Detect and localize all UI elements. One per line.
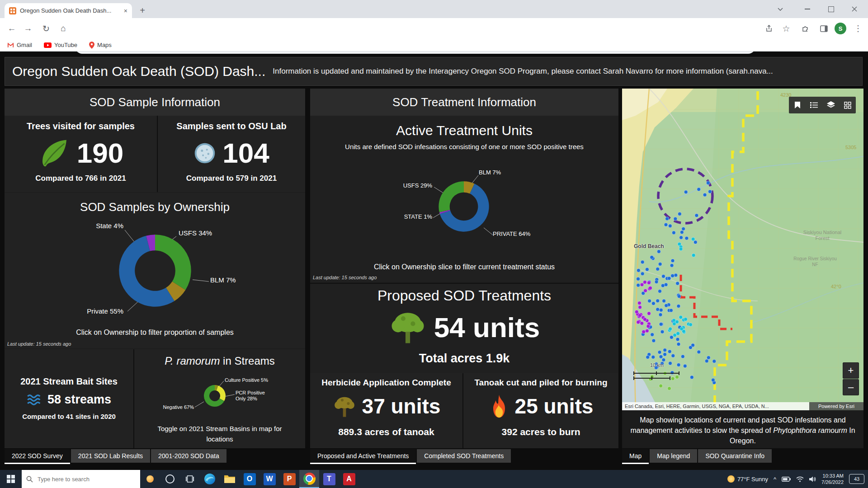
edge-icon <box>204 473 216 485</box>
ownership-donut-chart[interactable] <box>118 233 193 308</box>
taskbar-word[interactable]: W <box>259 470 279 488</box>
tab-map-legend[interactable]: Map legend <box>650 449 697 463</box>
window-chevron-icon[interactable] <box>769 0 792 18</box>
search-highlights-icon[interactable] <box>140 470 160 488</box>
zoom-out-button[interactable]: – <box>843 379 859 395</box>
tree-icon <box>389 310 427 344</box>
fire-icon <box>489 394 509 418</box>
proposed-title: Proposed SOD Treatments <box>310 287 618 304</box>
herbicide-acres: 889.3 acres of tanoak <box>310 427 462 437</box>
osu-samples-compare: Compared to 579 in 2021 <box>158 174 305 183</box>
maps-pin-icon <box>89 42 94 49</box>
sample-info-panel: SOD Sample Information Trees visited for… <box>5 89 305 448</box>
osu-samples-label: Samples sent to OSU Lab <box>158 116 305 131</box>
search-input[interactable] <box>37 475 129 483</box>
taskbar-acrobat[interactable]: A <box>339 470 359 488</box>
browser-tab[interactable]: Oregon Sudden Oak Death Dash... × <box>5 3 132 18</box>
trees-visited-compare: Compared to 766 in 2021 <box>5 174 157 183</box>
basemap-tool-icon[interactable] <box>841 99 854 112</box>
trees-visited-card: Trees visited for samples 190 Compared t… <box>5 116 157 192</box>
bookmark-tool-icon[interactable] <box>791 99 804 112</box>
zoom-in-button[interactable]: + <box>843 362 859 379</box>
ownership-label-blm[interactable]: BLM 7% <box>210 276 236 284</box>
bookmarks-bar: Gmail YouTube Maps <box>0 39 868 52</box>
extensions-puzzle-icon[interactable] <box>797 18 813 39</box>
speaker-icon[interactable] <box>809 476 816 482</box>
pramorum-title: P. ramorum in Streams <box>134 355 305 367</box>
taskbar-clock[interactable]: 10:33 AM7/26/2022 <box>821 473 844 485</box>
browser-menu-kebab-icon[interactable]: ⋮ <box>850 18 866 39</box>
bookmark-star-icon[interactable]: ☆ <box>778 18 794 39</box>
new-tab-button[interactable]: + <box>136 4 149 17</box>
taskbar-powerpoint[interactable]: P <box>279 470 299 488</box>
notification-badge[interactable]: 43 <box>849 474 864 484</box>
tab-2021-sod-lab-results[interactable]: 2021 SOD Lab Results <box>71 449 150 463</box>
task-view-button[interactable] <box>180 470 200 488</box>
home-button[interactable]: ⌂ <box>55 18 71 39</box>
map-toolbar <box>789 97 856 113</box>
treatment-label-private[interactable]: PRIVATE 64% <box>493 230 530 237</box>
tanoak-burn-card: Tanoak cut and piled for burning 25 unit… <box>463 373 618 448</box>
bookmark-gmail[interactable]: Gmail <box>7 42 32 48</box>
wifi-icon[interactable] <box>796 476 804 482</box>
taskbar-chrome[interactable] <box>299 470 319 488</box>
stream-bait-value: 58 streams <box>47 393 111 407</box>
treatment-bottom-row: Herbicide Application Complete 37 units … <box>310 373 618 448</box>
tab-completed-sod-treatments[interactable]: Completed SOD Treatments <box>417 449 511 463</box>
treatment-last-update: Last update: 15 seconds ago <box>313 275 377 280</box>
tab-map[interactable]: Map <box>622 449 649 464</box>
streams-label-negative[interactable]: Negative 67% <box>139 404 194 410</box>
reload-button[interactable]: ↻ <box>38 18 54 39</box>
word-icon: W <box>264 473 276 485</box>
treatment-donut-chart[interactable] <box>438 180 490 233</box>
sample-tab-group: 2022 SOD Survey 2021 SOD Lab Results 200… <box>5 449 226 464</box>
legend-tool-icon[interactable] <box>807 99 821 112</box>
taskbar-teams[interactable]: T <box>319 470 339 488</box>
forward-button[interactable]: → <box>20 18 36 39</box>
back-button[interactable]: ← <box>4 18 20 39</box>
tray-chevron-icon[interactable]: ^ <box>774 476 776 483</box>
tab-close-icon[interactable]: × <box>124 8 127 14</box>
taskbar-edge[interactable] <box>200 470 220 488</box>
cortana-button[interactable] <box>160 470 180 488</box>
layers-tool-icon[interactable] <box>824 99 838 112</box>
share-icon[interactable] <box>761 18 777 39</box>
bookmark-maps[interactable]: Maps <box>89 42 112 49</box>
treatment-label-usfs[interactable]: USFS 29% <box>373 182 432 189</box>
taskbar-search[interactable] <box>22 470 140 488</box>
treatment-label-blm[interactable]: BLM 7% <box>479 169 501 176</box>
ownership-chart-section: SOD Samples by Ownership USFS 34% State … <box>5 193 305 348</box>
taskbar-weather[interactable]: 77°F Sunny <box>727 475 768 483</box>
profile-avatar[interactable]: S <box>835 23 846 34</box>
acrobat-icon: A <box>343 473 355 485</box>
ownership-label-usfs[interactable]: USFS 34% <box>179 229 212 237</box>
ownership-hint: Click on Ownership to filter proportion … <box>5 328 305 337</box>
system-tray: 77°F Sunny ^ 10:33 AM7/26/2022 43 <box>727 473 868 485</box>
bookmark-label: YouTube <box>54 42 77 48</box>
bookmark-youtube[interactable]: YouTube <box>44 42 77 48</box>
taskbar-file-explorer[interactable] <box>220 470 240 488</box>
window-close-button[interactable] <box>843 0 866 18</box>
treatment-label-state[interactable]: STATE 1% <box>373 213 432 220</box>
window-maximize-button[interactable] <box>819 0 843 18</box>
ownership-label-private[interactable]: Private 55% <box>61 307 123 315</box>
battery-icon[interactable] <box>782 477 791 482</box>
map-label-rogue-river: Rogue River Siskiyou NF <box>790 256 840 267</box>
tab-proposed-active-treatments[interactable]: Proposed and Active Treatments <box>310 449 416 464</box>
tab-2022-sod-survey[interactable]: 2022 SOD Survey <box>5 449 70 464</box>
ownership-label-state[interactable]: State 4% <box>66 222 123 230</box>
proposed-value: 54 units <box>434 311 540 343</box>
streams-label-culture[interactable]: Culture Positive 5% <box>225 377 268 383</box>
side-panel-icon[interactable] <box>816 18 832 39</box>
taskbar-outlook[interactable]: O <box>240 470 259 488</box>
streams-donut-chart[interactable] <box>203 385 226 407</box>
sample-bottom-row: 2021 Stream Bait Sites 58 streams Compar… <box>5 349 305 448</box>
tab-sod-quarantine-info[interactable]: SOD Quarantine Info <box>698 449 772 463</box>
chrome-icon <box>303 473 316 485</box>
tab-2001-2020-sod-data[interactable]: 2001-2020 SOD Data <box>151 449 226 463</box>
window-minimize-button[interactable] <box>796 0 819 18</box>
map-area[interactable]: Gold Beach Siskiyou National Forest Rogu… <box>622 89 863 410</box>
start-button[interactable] <box>0 470 22 488</box>
streams-label-pcr[interactable]: PCR Positive Only 28% <box>236 390 274 402</box>
windows-taskbar: O W P T A 77°F Sunny ^ 10:33 AM7/26/2022… <box>0 470 868 488</box>
